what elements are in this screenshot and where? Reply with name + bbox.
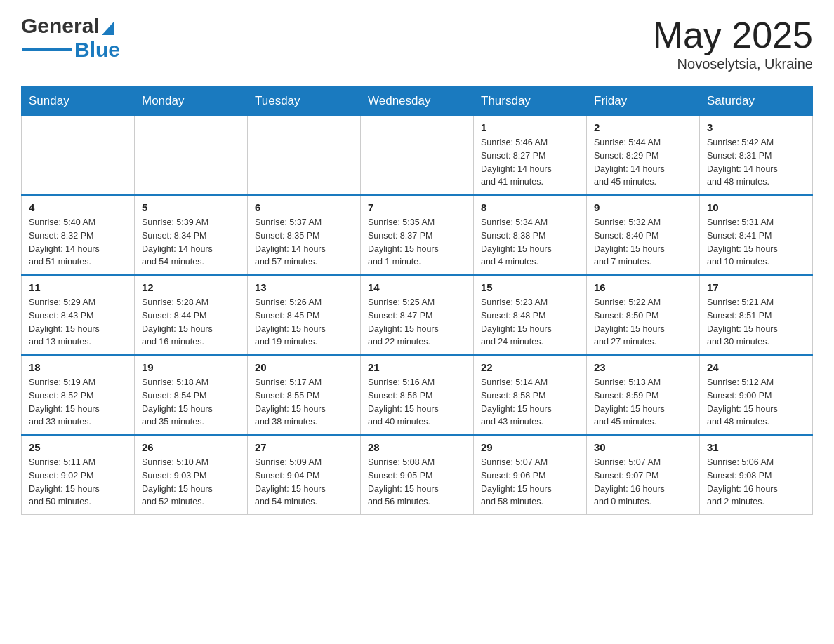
day-number: 5 <box>142 201 240 213</box>
day-number: 17 <box>707 281 805 293</box>
calendar-body: 1Sunrise: 5:46 AM Sunset: 8:27 PM Daylig… <box>22 116 813 515</box>
day-number: 15 <box>481 281 579 293</box>
day-info: Sunrise: 5:12 AM Sunset: 9:00 PM Dayligh… <box>707 376 805 429</box>
day-info: Sunrise: 5:21 AM Sunset: 8:51 PM Dayligh… <box>707 296 805 349</box>
day-number: 31 <box>707 441 805 453</box>
calendar-week-row: 18Sunrise: 5:19 AM Sunset: 8:52 PM Dayli… <box>22 355 813 435</box>
calendar-cell: 26Sunrise: 5:10 AM Sunset: 9:03 PM Dayli… <box>135 435 248 515</box>
day-number: 11 <box>29 281 127 293</box>
calendar-week-row: 11Sunrise: 5:29 AM Sunset: 8:43 PM Dayli… <box>22 275 813 355</box>
day-info: Sunrise: 5:46 AM Sunset: 8:27 PM Dayligh… <box>481 136 579 189</box>
calendar-cell: 17Sunrise: 5:21 AM Sunset: 8:51 PM Dayli… <box>700 275 813 355</box>
calendar-cell: 15Sunrise: 5:23 AM Sunset: 8:48 PM Dayli… <box>474 275 587 355</box>
calendar-cell: 31Sunrise: 5:06 AM Sunset: 9:08 PM Dayli… <box>700 435 813 515</box>
calendar-cell: 12Sunrise: 5:28 AM Sunset: 8:44 PM Dayli… <box>135 275 248 355</box>
calendar-cell: 29Sunrise: 5:07 AM Sunset: 9:06 PM Dayli… <box>474 435 587 515</box>
calendar-cell: 6Sunrise: 5:37 AM Sunset: 8:35 PM Daylig… <box>248 195 361 275</box>
calendar-cell: 5Sunrise: 5:39 AM Sunset: 8:34 PM Daylig… <box>135 195 248 275</box>
day-number: 18 <box>29 361 127 373</box>
calendar-title: May 2025 <box>653 14 813 56</box>
day-number: 22 <box>481 361 579 373</box>
calendar-cell: 16Sunrise: 5:22 AM Sunset: 8:50 PM Dayli… <box>587 275 700 355</box>
day-info: Sunrise: 5:07 AM Sunset: 9:06 PM Dayligh… <box>481 456 579 509</box>
calendar-cell: 28Sunrise: 5:08 AM Sunset: 9:05 PM Dayli… <box>361 435 474 515</box>
day-info: Sunrise: 5:11 AM Sunset: 9:02 PM Dayligh… <box>29 456 127 509</box>
day-info: Sunrise: 5:14 AM Sunset: 8:58 PM Dayligh… <box>481 376 579 429</box>
day-info: Sunrise: 5:08 AM Sunset: 9:05 PM Dayligh… <box>368 456 466 509</box>
header-thursday: Thursday <box>474 87 587 116</box>
day-info: Sunrise: 5:18 AM Sunset: 8:54 PM Dayligh… <box>142 376 240 429</box>
calendar-header-row: Sunday Monday Tuesday Wednesday Thursday… <box>22 87 813 116</box>
header-tuesday: Tuesday <box>248 87 361 116</box>
calendar-cell: 20Sunrise: 5:17 AM Sunset: 8:55 PM Dayli… <box>248 355 361 435</box>
day-number: 6 <box>255 201 353 213</box>
calendar-cell <box>135 116 248 196</box>
day-info: Sunrise: 5:13 AM Sunset: 8:59 PM Dayligh… <box>594 376 692 429</box>
day-number: 4 <box>29 201 127 213</box>
day-number: 28 <box>368 441 466 453</box>
day-number: 23 <box>594 361 692 373</box>
day-info: Sunrise: 5:39 AM Sunset: 8:34 PM Dayligh… <box>142 216 240 269</box>
calendar-location: Novoselytsia, Ukraine <box>653 56 813 72</box>
calendar-cell: 11Sunrise: 5:29 AM Sunset: 8:43 PM Dayli… <box>22 275 135 355</box>
day-info: Sunrise: 5:25 AM Sunset: 8:47 PM Dayligh… <box>368 296 466 349</box>
day-number: 3 <box>707 121 805 133</box>
logo-blue-text: Blue <box>74 38 120 62</box>
day-number: 16 <box>594 281 692 293</box>
day-info: Sunrise: 5:23 AM Sunset: 8:48 PM Dayligh… <box>481 296 579 349</box>
day-number: 14 <box>368 281 466 293</box>
calendar-cell: 10Sunrise: 5:31 AM Sunset: 8:41 PM Dayli… <box>700 195 813 275</box>
day-info: Sunrise: 5:06 AM Sunset: 9:08 PM Dayligh… <box>707 456 805 509</box>
day-number: 9 <box>594 201 692 213</box>
day-info: Sunrise: 5:42 AM Sunset: 8:31 PM Dayligh… <box>707 136 805 189</box>
day-info: Sunrise: 5:40 AM Sunset: 8:32 PM Dayligh… <box>29 216 127 269</box>
calendar-cell: 19Sunrise: 5:18 AM Sunset: 8:54 PM Dayli… <box>135 355 248 435</box>
day-info: Sunrise: 5:22 AM Sunset: 8:50 PM Dayligh… <box>594 296 692 349</box>
calendar-week-row: 25Sunrise: 5:11 AM Sunset: 9:02 PM Dayli… <box>22 435 813 515</box>
calendar-week-row: 1Sunrise: 5:46 AM Sunset: 8:27 PM Daylig… <box>22 116 813 196</box>
header-saturday: Saturday <box>700 87 813 116</box>
day-info: Sunrise: 5:16 AM Sunset: 8:56 PM Dayligh… <box>368 376 466 429</box>
day-number: 25 <box>29 441 127 453</box>
svg-marker-0 <box>102 21 114 35</box>
day-number: 29 <box>481 441 579 453</box>
calendar-header: Sunday Monday Tuesday Wednesday Thursday… <box>22 87 813 116</box>
day-number: 13 <box>255 281 353 293</box>
calendar-cell: 13Sunrise: 5:26 AM Sunset: 8:45 PM Dayli… <box>248 275 361 355</box>
day-info: Sunrise: 5:32 AM Sunset: 8:40 PM Dayligh… <box>594 216 692 269</box>
day-number: 2 <box>594 121 692 133</box>
day-info: Sunrise: 5:29 AM Sunset: 8:43 PM Dayligh… <box>29 296 127 349</box>
logo-line1: General <box>21 14 120 38</box>
day-info: Sunrise: 5:37 AM Sunset: 8:35 PM Dayligh… <box>255 216 353 269</box>
day-number: 21 <box>368 361 466 373</box>
day-info: Sunrise: 5:10 AM Sunset: 9:03 PM Dayligh… <box>142 456 240 509</box>
day-number: 19 <box>142 361 240 373</box>
day-number: 30 <box>594 441 692 453</box>
day-number: 27 <box>255 441 353 453</box>
day-info: Sunrise: 5:17 AM Sunset: 8:55 PM Dayligh… <box>255 376 353 429</box>
calendar-cell <box>22 116 135 196</box>
day-number: 8 <box>481 201 579 213</box>
logo-line2: Blue <box>21 38 120 62</box>
calendar-cell: 24Sunrise: 5:12 AM Sunset: 9:00 PM Dayli… <box>700 355 813 435</box>
header-friday: Friday <box>587 87 700 116</box>
calendar-cell: 1Sunrise: 5:46 AM Sunset: 8:27 PM Daylig… <box>474 116 587 196</box>
calendar-cell: 22Sunrise: 5:14 AM Sunset: 8:58 PM Dayli… <box>474 355 587 435</box>
day-info: Sunrise: 5:44 AM Sunset: 8:29 PM Dayligh… <box>594 136 692 189</box>
day-info: Sunrise: 5:34 AM Sunset: 8:38 PM Dayligh… <box>481 216 579 269</box>
logo-block: General Blue <box>21 14 120 62</box>
day-number: 12 <box>142 281 240 293</box>
day-info: Sunrise: 5:07 AM Sunset: 9:07 PM Dayligh… <box>594 456 692 509</box>
calendar-cell: 8Sunrise: 5:34 AM Sunset: 8:38 PM Daylig… <box>474 195 587 275</box>
calendar-week-row: 4Sunrise: 5:40 AM Sunset: 8:32 PM Daylig… <box>22 195 813 275</box>
title-block: May 2025 Novoselytsia, Ukraine <box>653 14 813 72</box>
day-info: Sunrise: 5:31 AM Sunset: 8:41 PM Dayligh… <box>707 216 805 269</box>
calendar-table: Sunday Monday Tuesday Wednesday Thursday… <box>21 86 813 515</box>
calendar-cell: 30Sunrise: 5:07 AM Sunset: 9:07 PM Dayli… <box>587 435 700 515</box>
calendar-cell: 23Sunrise: 5:13 AM Sunset: 8:59 PM Dayli… <box>587 355 700 435</box>
logo: General Blue <box>21 14 120 62</box>
day-number: 1 <box>481 121 579 133</box>
calendar-cell: 2Sunrise: 5:44 AM Sunset: 8:29 PM Daylig… <box>587 116 700 196</box>
calendar-cell: 21Sunrise: 5:16 AM Sunset: 8:56 PM Dayli… <box>361 355 474 435</box>
logo-bar <box>22 48 72 51</box>
